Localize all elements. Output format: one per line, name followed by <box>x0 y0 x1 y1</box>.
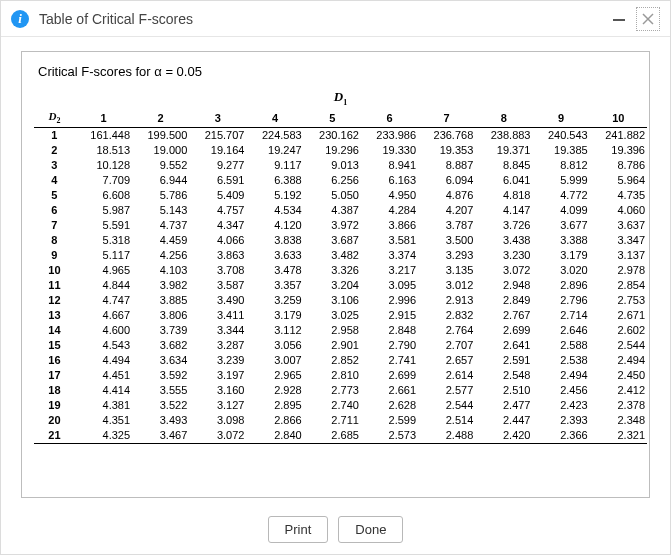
table-cell: 8.812 <box>532 158 589 173</box>
column-header: 10 <box>590 109 647 128</box>
table-row: 164.4943.6343.2393.0072.8522.7412.6572.5… <box>34 353 647 368</box>
table-cell: 6.163 <box>361 173 418 188</box>
table-cell: 3.885 <box>132 293 189 308</box>
table-row: 134.6673.8063.4113.1793.0252.9152.8322.7… <box>34 308 647 323</box>
table-row: 75.5914.7374.3474.1203.9723.8663.7873.72… <box>34 218 647 233</box>
table-cell: 2.915 <box>361 308 418 323</box>
table-cell: 4.325 <box>75 428 132 444</box>
table-cell: 3.230 <box>475 248 532 263</box>
table-cell: 3.863 <box>189 248 246 263</box>
table-cell: 3.326 <box>304 263 361 278</box>
svg-rect-0 <box>613 19 625 21</box>
table-cell: 4.060 <box>590 203 647 218</box>
table-row: 85.3184.4594.0663.8383.6873.5813.5003.43… <box>34 233 647 248</box>
table-cell: 3.982 <box>132 278 189 293</box>
table-cell: 2.854 <box>590 278 647 293</box>
panel-title: Critical F-scores for α = 0.05 <box>38 64 647 79</box>
table-cell: 4.844 <box>75 278 132 293</box>
f-table: D2 12345678910 1161.448199.500215.707224… <box>34 109 647 444</box>
row-header: 1 <box>34 127 75 143</box>
table-cell: 3.592 <box>132 368 189 383</box>
table-cell: 2.699 <box>361 368 418 383</box>
table-cell: 4.600 <box>75 323 132 338</box>
table-cell: 3.411 <box>189 308 246 323</box>
table-cell: 2.948 <box>475 278 532 293</box>
table-cell: 2.866 <box>246 413 303 428</box>
table-cell: 6.041 <box>475 173 532 188</box>
table-cell: 3.106 <box>304 293 361 308</box>
table-cell: 8.941 <box>361 158 418 173</box>
table-cell: 2.790 <box>361 338 418 353</box>
table-cell: 2.978 <box>590 263 647 278</box>
table-cell: 4.757 <box>189 203 246 218</box>
table-cell: 19.330 <box>361 143 418 158</box>
table-row: 204.3513.4933.0982.8662.7112.5992.5142.4… <box>34 413 647 428</box>
table-cell: 2.544 <box>418 398 475 413</box>
table-cell: 3.374 <box>361 248 418 263</box>
table-cell: 4.351 <box>75 413 132 428</box>
table-cell: 4.534 <box>246 203 303 218</box>
table-cell: 2.901 <box>304 338 361 353</box>
table-cell: 5.318 <box>75 233 132 248</box>
column-header: 9 <box>532 109 589 128</box>
table-cell: 4.818 <box>475 188 532 203</box>
table-cell: 2.714 <box>532 308 589 323</box>
table-cell: 2.764 <box>418 323 475 338</box>
table-cell: 2.810 <box>304 368 361 383</box>
table-cell: 2.661 <box>361 383 418 398</box>
row-header: 8 <box>34 233 75 248</box>
column-header: 2 <box>132 109 189 128</box>
table-cell: 3.072 <box>475 263 532 278</box>
table-cell: 8.845 <box>475 158 532 173</box>
table-cell: 4.347 <box>189 218 246 233</box>
table-cell: 4.381 <box>75 398 132 413</box>
table-cell: 2.577 <box>418 383 475 398</box>
table-cell: 2.685 <box>304 428 361 444</box>
table-cell: 4.737 <box>132 218 189 233</box>
table-cell: 4.950 <box>361 188 418 203</box>
done-button[interactable]: Done <box>338 516 403 543</box>
table-cell: 3.682 <box>132 338 189 353</box>
table-panel: Critical F-scores for α = 0.05 D1 D2 123… <box>21 51 650 498</box>
table-cell: 19.353 <box>418 143 475 158</box>
table-cell: 2.378 <box>590 398 647 413</box>
table-cell: 2.832 <box>418 308 475 323</box>
table-cell: 241.882 <box>590 127 647 143</box>
print-button[interactable]: Print <box>268 516 329 543</box>
table-cell: 2.423 <box>532 398 589 413</box>
table-cell: 3.555 <box>132 383 189 398</box>
row-header: 11 <box>34 278 75 293</box>
table-cell: 3.866 <box>361 218 418 233</box>
table-cell: 2.657 <box>418 353 475 368</box>
table-cell: 3.179 <box>532 248 589 263</box>
table-cell: 240.543 <box>532 127 589 143</box>
row-header: 18 <box>34 383 75 398</box>
table-cell: 2.602 <box>590 323 647 338</box>
table-cell: 161.448 <box>75 127 132 143</box>
table-cell: 19.385 <box>532 143 589 158</box>
table-cell: 3.098 <box>189 413 246 428</box>
table-cell: 4.459 <box>132 233 189 248</box>
table-cell: 2.848 <box>361 323 418 338</box>
table-cell: 2.753 <box>590 293 647 308</box>
table-cell: 3.179 <box>246 308 303 323</box>
table-cell: 2.488 <box>418 428 475 444</box>
table-cell: 2.599 <box>361 413 418 428</box>
table-cell: 3.012 <box>418 278 475 293</box>
table-row: 104.9654.1033.7083.4783.3263.2173.1353.0… <box>34 263 647 278</box>
table-cell: 2.671 <box>590 308 647 323</box>
row-header: 21 <box>34 428 75 444</box>
table-cell: 238.883 <box>475 127 532 143</box>
row-header: 12 <box>34 293 75 308</box>
dialog-window: i Table of Critical F-scores Critical F-… <box>0 0 671 555</box>
table-cell: 2.849 <box>475 293 532 308</box>
table-cell: 3.972 <box>304 218 361 233</box>
table-scroll[interactable]: D2 12345678910 1161.448199.500215.707224… <box>34 109 647 494</box>
table-cell: 5.591 <box>75 218 132 233</box>
minimize-button[interactable] <box>610 10 628 28</box>
close-button[interactable] <box>636 7 660 31</box>
table-cell: 4.451 <box>75 368 132 383</box>
table-cell: 2.965 <box>246 368 303 383</box>
column-header: 4 <box>246 109 303 128</box>
table-row: 194.3813.5223.1272.8952.7402.6282.5442.4… <box>34 398 647 413</box>
